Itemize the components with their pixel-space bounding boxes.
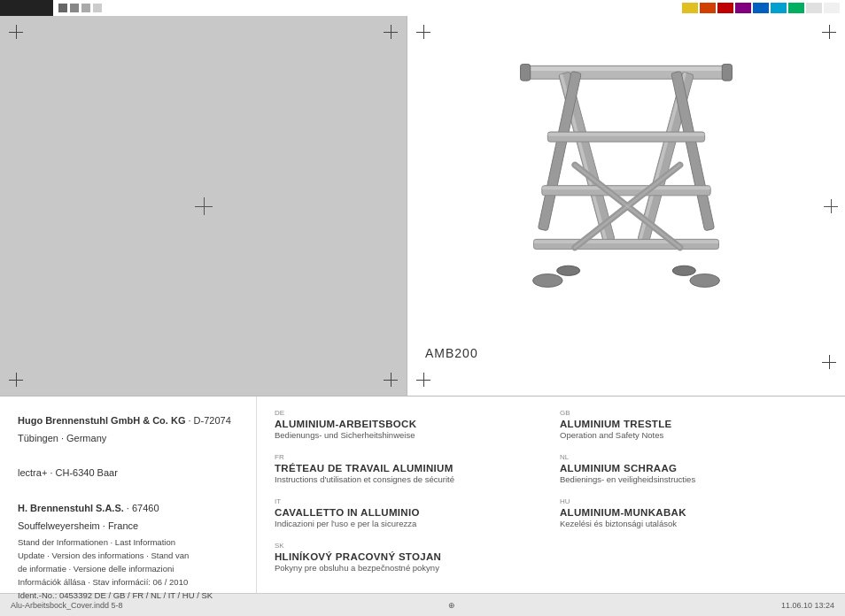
svg-point-16 [557,266,580,275]
swatch-green [788,3,804,13]
flag-sk: SK [275,542,542,550]
svg-point-17 [672,266,695,275]
svg-point-15 [690,273,720,287]
product-sk: SK HLINÍKOVÝ PRACOVNÝ STOJAN Pokyny pre … [275,542,542,581]
status-center-mark: ⊕ [448,601,455,610]
square-1 [58,4,67,12]
bottom-left: Hugo Brennenstuhl GmbH & Co. KG · D-7207… [0,397,257,593]
product-subtitle-nl: Bedienings- en veiligheidsinstructies [560,474,827,484]
product-subtitle-it: Indicazioni per l'uso e per la sicurezza [275,519,542,528]
version-info: Stand der Informationen · Last Informati… [18,535,238,603]
svg-rect-13 [533,240,718,243]
product-title-gb: ALUMINIUM TRESTLE [560,419,827,429]
right-image-area: AMB200 [407,16,845,396]
crosshair-top-right [384,25,398,39]
crosshair-right-tl [416,25,430,39]
svg-rect-11 [542,186,710,189]
product-title-sk: HLINÍKOVÝ PRACOVNÝ STOJAN [275,551,542,562]
product-image [407,16,845,346]
center-crosshair [195,197,213,215]
color-swatches [677,0,845,16]
company-line-2: lectra+ · CH-6340 Baar [18,465,238,482]
flag-hu: HU [560,497,827,505]
company-line-1: Hugo Brennenstuhl GmbH & Co. KG · D-7207… [18,412,238,448]
product-gb: GB ALUMINIUM TRESTLE Operation and Safet… [560,409,827,448]
crosshair-right-bl [416,373,430,387]
product-subtitle-hu: Kezelési és biztonsági utalások [560,519,827,528]
flag-gb: GB [560,409,827,417]
company-name-1: Hugo Brennenstuhl GmbH & Co. KG [18,415,185,426]
product-title-it: CAVALLETTO IN ALLUMINIO [275,507,542,518]
swatch-yellow [682,3,698,13]
swatch-red [717,3,733,13]
svg-rect-1 [527,66,725,71]
swatch-light-gray [806,3,822,13]
swatch-purple [735,3,751,13]
svg-point-14 [533,273,563,287]
flag-it: IT [275,497,542,505]
crosshair-bottom-left [9,373,23,387]
product-title-hu: ALUMINIUM-MUNKABAK [560,507,827,518]
product-subtitle-sk: Pokyny pre obsluhu a bezpečnostné pokyny [275,563,542,573]
product-title-de: ALUMINIUM-ARBEITSBOCK [275,419,542,429]
crosshair-bottom-right [384,373,398,387]
bottom-section: Hugo Brennenstuhl GmbH & Co. KG · D-7207… [0,397,845,593]
top-bar-spacer [107,0,677,16]
swatch-orange [700,3,716,13]
product-fr: FR TRÉTEAU DE TRAVAIL ALUMINIUM Instruct… [275,453,542,492]
svg-rect-9 [547,132,704,135]
company-info: Hugo Brennenstuhl GmbH & Co. KG · D-7207… [18,412,238,535]
square-3 [81,4,90,12]
status-datetime: 11.06.10 13:24 [781,601,834,610]
bottom-right: DE ALUMINIUM-ARBEITSBOCK Bedienungs- und… [257,397,845,593]
flag-nl: NL [560,453,827,461]
main-top: AMB200 [0,16,845,397]
product-subtitle-de: Bedienungs- und Sicherheitshinweise [275,430,542,440]
product-svg [502,31,750,332]
square-2 [70,4,79,12]
top-bar [0,0,845,16]
version-info-text: Stand der Informationen · Last Informati… [18,535,238,603]
square-4 [93,4,102,12]
product-hu: HU ALUMINIUM-MUNKABAK Kezelési és bizton… [560,497,827,536]
svg-rect-23 [722,64,732,81]
product-title-nl: ALUMINIUM SCHRAAG [560,463,827,474]
company-name-3: H. Brennenstuhl S.A.S. [18,503,124,513]
svg-rect-6 [538,71,581,230]
top-bar-squares [53,0,107,16]
flag-fr: FR [275,453,542,461]
product-subtitle-fr: Instructions d'utilisation et consignes … [275,474,542,484]
swatch-white [824,3,840,13]
product-de: DE ALUMINIUM-ARBEITSBOCK Bedienungs- und… [275,409,542,448]
product-nl: NL ALUMINIUM SCHRAAG Bedienings- en veil… [560,453,827,492]
right-center-crosshair [824,199,838,213]
swatch-blue [753,3,769,13]
crosshair-top-left [9,25,23,39]
left-image-area [0,16,407,396]
crosshair-right-tr [822,25,836,39]
company-line-3: H. Brennenstuhl S.A.S. · 67460 Souffelwe… [18,500,238,535]
status-filename: Alu-Arbeitsbock_Cover.indd 5-8 [11,601,123,610]
swatch-cyan [771,3,787,13]
flag-de: DE [275,409,542,417]
top-bar-black [0,0,53,16]
product-subtitle-gb: Operation and Safety Notes [560,430,827,440]
svg-rect-22 [521,64,531,81]
product-model: AMB200 [407,346,478,369]
crosshair-right-br [822,355,836,369]
svg-rect-7 [671,71,715,230]
product-title-fr: TRÉTEAU DE TRAVAIL ALUMINIUM [275,463,542,474]
product-it: IT CAVALLETTO IN ALLUMINIO Indicazioni p… [275,497,542,536]
